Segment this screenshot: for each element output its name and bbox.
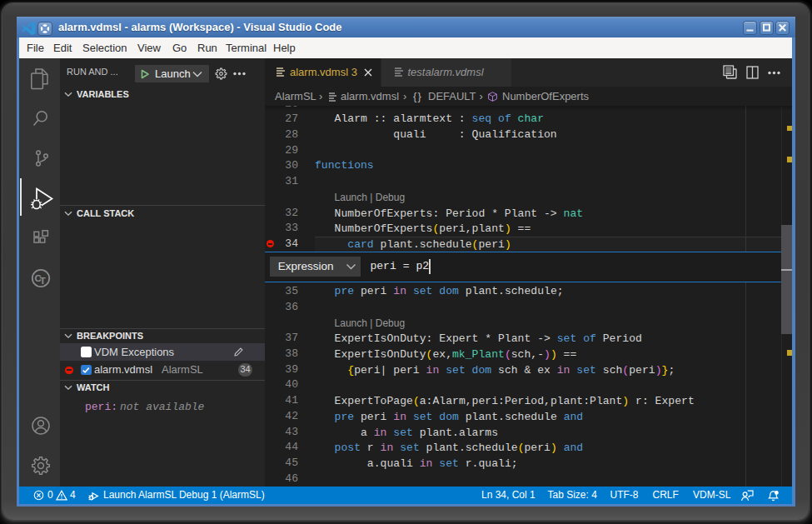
svg-text:T: T [40, 276, 46, 286]
